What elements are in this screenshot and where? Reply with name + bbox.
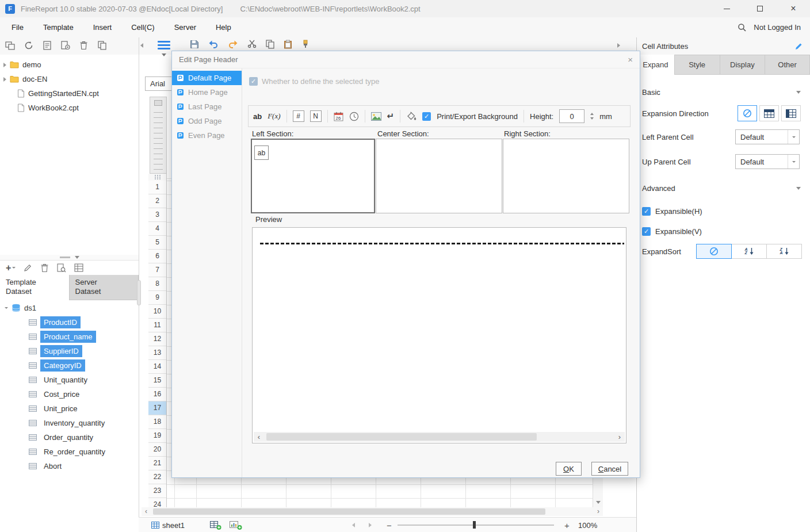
- expansible-h-checkbox[interactable]: ✓: [642, 207, 651, 216]
- page-type-odd[interactable]: Odd Page: [172, 114, 242, 128]
- basic-section-header[interactable]: Basic: [637, 83, 810, 101]
- insert-page-number-icon[interactable]: #: [293, 110, 304, 122]
- sort-descending-button[interactable]: ZA: [766, 244, 802, 259]
- preview-dataset-button[interactable]: [57, 263, 66, 273]
- file-config-button[interactable]: [60, 40, 71, 51]
- expand-horizontal-button[interactable]: [781, 105, 801, 121]
- tree-item-workbook2[interactable]: WorkBook2.cpt: [0, 101, 139, 115]
- page-type-home[interactable]: Home Page: [172, 85, 242, 99]
- left-parent-select[interactable]: Default: [735, 129, 800, 144]
- row-header[interactable]: 13: [148, 346, 166, 360]
- edit-dataset-button[interactable]: [24, 263, 32, 272]
- menu-server[interactable]: Server: [174, 23, 196, 32]
- switch-directory-button[interactable]: [5, 40, 16, 51]
- dataset-field[interactable]: Abort: [0, 459, 139, 473]
- page-type-last[interactable]: Last Page: [172, 99, 242, 114]
- tree-item-doc-en[interactable]: doc-EN: [0, 72, 139, 86]
- tab-server-dataset[interactable]: Server Dataset: [70, 275, 139, 300]
- tab-template-dataset[interactable]: Template Dataset: [0, 275, 70, 300]
- insert-page-count-icon[interactable]: N: [310, 110, 322, 122]
- insert-newline-icon[interactable]: ↵: [387, 111, 395, 121]
- row-header-selected[interactable]: 17: [148, 401, 166, 415]
- page-type-default[interactable]: Default Page: [172, 71, 242, 85]
- row-header[interactable]: 14: [148, 360, 166, 374]
- dataset-field[interactable]: Unit_quantity: [0, 373, 139, 387]
- tree-item-gettingstarted[interactable]: GettingStartedEN.cpt: [0, 86, 139, 101]
- height-stepper[interactable]: [590, 113, 594, 120]
- dataset-connection-button[interactable]: [74, 263, 83, 272]
- scroll-right-icon[interactable]: ›: [594, 507, 603, 516]
- dataset-field[interactable]: Cost_price: [0, 387, 139, 401]
- dataset-field[interactable]: Product_name: [0, 330, 139, 344]
- row-header[interactable]: 24: [148, 498, 166, 507]
- background-color-icon[interactable]: [406, 112, 417, 121]
- insert-text-icon[interactable]: ab: [253, 112, 262, 121]
- row-header[interactable]: 21: [148, 457, 166, 470]
- row-header[interactable]: 10: [148, 305, 166, 319]
- row-header[interactable]: 18: [148, 415, 166, 429]
- dataset-field[interactable]: Order_quantity: [0, 430, 139, 445]
- select-all-corner[interactable]: [148, 174, 167, 181]
- insert-time-icon[interactable]: [349, 112, 359, 121]
- dataset-field[interactable]: Unit_price: [0, 401, 139, 416]
- page-type-even[interactable]: Even Page: [172, 128, 242, 143]
- row-header[interactable]: 8: [148, 277, 166, 291]
- menu-template[interactable]: Template: [43, 23, 74, 32]
- up-parent-select[interactable]: Default: [735, 154, 800, 169]
- menu-file[interactable]: File: [12, 23, 24, 32]
- dataset-field[interactable]: CategoryID: [0, 358, 139, 373]
- center-section-box[interactable]: [376, 139, 502, 213]
- row-header[interactable]: 19: [148, 429, 166, 443]
- close-button[interactable]: ×: [777, 0, 810, 17]
- row-header[interactable]: 3: [148, 208, 166, 222]
- menu-help[interactable]: Help: [216, 23, 231, 32]
- add-grid-sheet-button[interactable]: [210, 518, 221, 532]
- row-header[interactable]: 11: [148, 319, 166, 332]
- sheet-next-button[interactable]: [369, 518, 372, 532]
- tab-expand[interactable]: Expand: [637, 55, 675, 75]
- tree-item-demo[interactable]: demo: [0, 58, 139, 72]
- row-header[interactable]: 9: [148, 291, 166, 305]
- expand-arrow-icon[interactable]: [3, 77, 6, 82]
- row-header[interactable]: 2: [148, 194, 166, 208]
- splitter-collapse-icon[interactable]: [75, 256, 79, 259]
- menu-insert[interactable]: Insert: [93, 23, 112, 32]
- save-button[interactable]: [190, 40, 199, 49]
- advanced-section-header[interactable]: Advanced: [637, 179, 810, 197]
- cut-button[interactable]: [247, 40, 257, 48]
- dataset-field[interactable]: ProductID: [0, 315, 139, 330]
- row-header[interactable]: 23: [148, 484, 166, 498]
- scrollbar-thumb[interactable]: [266, 433, 537, 441]
- dataset-field[interactable]: SupplierID: [0, 344, 139, 358]
- sort-ascending-button[interactable]: AZ: [731, 244, 767, 259]
- trash-button[interactable]: [78, 40, 89, 51]
- dataset-field[interactable]: Inventory_quantity: [0, 416, 139, 430]
- zoom-slider-track[interactable]: [398, 525, 554, 526]
- expand-none-button[interactable]: [738, 105, 757, 121]
- row-header[interactable]: 16: [148, 388, 166, 401]
- row-header[interactable]: 20: [148, 443, 166, 457]
- row-header[interactable]: 4: [148, 222, 166, 236]
- collapse-arrow-icon[interactable]: [5, 307, 8, 309]
- scroll-right-icon[interactable]: ›: [614, 433, 625, 441]
- horizontal-scrollbar[interactable]: ‹ ›: [142, 507, 603, 516]
- row-header[interactable]: 1: [148, 181, 166, 194]
- row-header[interactable]: 7: [148, 263, 166, 277]
- pencil-icon[interactable]: [794, 42, 803, 51]
- define-type-checkbox[interactable]: ✓: [249, 77, 258, 86]
- search-icon[interactable]: [738, 23, 747, 32]
- insert-formula-icon[interactable]: F(x): [268, 112, 280, 121]
- preview-hscrollbar[interactable]: ‹ ›: [254, 432, 625, 442]
- zoom-in-button[interactable]: +: [564, 518, 570, 532]
- ok-button[interactable]: OK: [556, 462, 582, 476]
- menu-cell[interactable]: Cell(C): [131, 23, 154, 32]
- copy-button[interactable]: [266, 40, 274, 49]
- add-dataset-button[interactable]: +: [6, 263, 16, 273]
- expand-arrow-icon[interactable]: [3, 63, 6, 67]
- dataset-node-ds1[interactable]: ds1: [0, 300, 139, 315]
- format-painter-button[interactable]: [301, 40, 310, 49]
- height-input[interactable]: 0: [559, 109, 584, 123]
- delete-dataset-button[interactable]: [40, 263, 49, 273]
- row-header[interactable]: 15: [148, 374, 166, 388]
- tab-style[interactable]: Style: [675, 55, 720, 75]
